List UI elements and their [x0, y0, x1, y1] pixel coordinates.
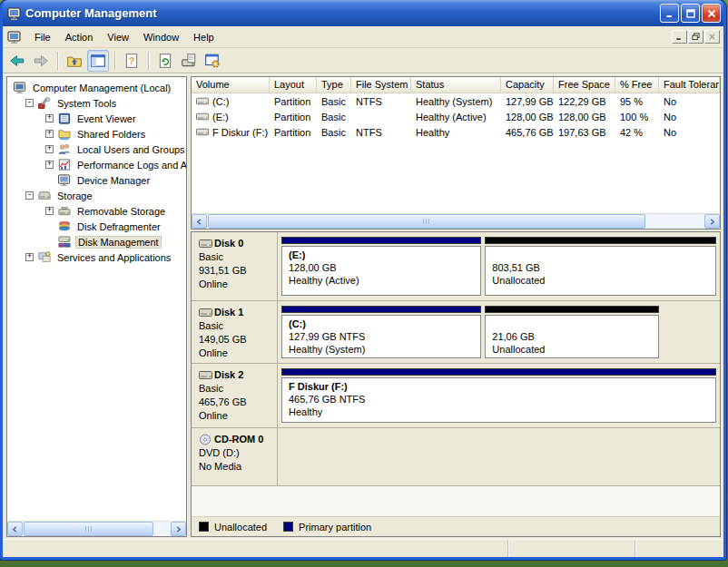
menu-help[interactable]: Help: [186, 29, 221, 45]
column-header-volume[interactable]: Volume: [192, 77, 270, 93]
disk-icon: [199, 307, 213, 318]
rescan-disks-button[interactable]: [178, 50, 200, 72]
toolbar: ?: [3, 48, 723, 73]
tree-label[interactable]: Disk Defragmenter: [75, 221, 162, 232]
partition-c[interactable]: (C:) 127,99 GB NTFS Healthy (System): [281, 306, 481, 358]
column-header-free-space[interactable]: Free Space: [554, 77, 615, 93]
tree-label[interactable]: Event Viewer: [75, 113, 138, 124]
scroll-thumb[interactable]: [208, 214, 645, 229]
sidebar-item-device-manager[interactable]: Device Manager: [7, 172, 186, 188]
tree-label[interactable]: Performance Logs and Alerts: [75, 160, 186, 171]
sidebar-item-system-tools[interactable]: - System Tools: [7, 95, 186, 111]
column-header-layout[interactable]: Layout: [270, 77, 317, 93]
sidebar-item-disk-management[interactable]: Disk Management: [7, 234, 186, 249]
primary-partition-strip: [281, 306, 481, 313]
disk-size: 465,76 GB: [199, 396, 275, 409]
cdrom-0-info[interactable]: CD-ROM 0 DVD (D:) No Media: [192, 428, 278, 485]
sidebar-item-shared-folders[interactable]: + Shared Folders: [7, 126, 186, 142]
column-header-pct-free[interactable]: % Free: [615, 77, 659, 93]
up-one-level-button[interactable]: [64, 50, 85, 72]
title-bar[interactable]: Computer Management: [3, 0, 723, 26]
tree-label[interactable]: Removable Storage: [75, 206, 167, 217]
disk-type: Basic: [199, 382, 275, 396]
toolbar-separator: [57, 52, 58, 70]
cdrom-0-row[interactable]: CD-ROM 0 DVD (D:) No Media: [192, 428, 720, 486]
unallocated-space[interactable]: 21,06 GB Unallocated: [485, 306, 659, 358]
sidebar-item-computer-management[interactable]: Computer Management (Local): [7, 80, 186, 95]
scroll-right-icon[interactable]: [171, 522, 186, 536]
column-header-file-system[interactable]: File System: [351, 77, 411, 93]
show-hide-console-tree-button[interactable]: [87, 50, 109, 72]
column-header-type[interactable]: Type: [317, 77, 351, 93]
mdi-minimize-button[interactable]: [672, 30, 687, 44]
console-icon: [7, 30, 22, 44]
sidebar-item-disk-defragmenter[interactable]: Disk Defragmenter: [7, 219, 186, 234]
settings-button[interactable]: [202, 50, 223, 72]
sidebar-item-local-users-and-groups[interactable]: + Local Users and Groups: [7, 142, 186, 157]
tree-label[interactable]: Storage: [55, 191, 94, 201]
collapse-icon[interactable]: -: [25, 99, 34, 107]
arrow-left-icon: [9, 53, 25, 69]
volume-row-c[interactable]: (C:) Partition Basic NTFS Healthy (Syste…: [192, 93, 720, 109]
mdi-close-button[interactable]: [704, 30, 720, 44]
mdi-restore-button[interactable]: [688, 30, 703, 44]
partition-f[interactable]: F Diskur (F:) 465,76 GB NTFS Healthy: [281, 368, 716, 423]
sidebar-item-storage[interactable]: - Storage: [7, 188, 186, 203]
column-header-fault-tolerance[interactable]: Fault Tolerance: [659, 77, 720, 93]
scroll-right-icon[interactable]: [704, 214, 720, 229]
cdrom-0-graph: [278, 428, 720, 485]
scroll-track[interactable]: [23, 522, 171, 536]
menu-bar: File Action View Window Help: [3, 26, 723, 48]
sidebar-item-services-and-applications[interactable]: + Services and Applications: [7, 249, 186, 265]
expand-icon[interactable]: +: [45, 207, 54, 215]
sidebar-item-removable-storage[interactable]: + Removable Storage: [7, 203, 186, 219]
sidebar-item-performance-logs-and-alerts[interactable]: + Performance Logs and Alerts: [7, 157, 186, 172]
tree-label[interactable]: Services and Applications: [55, 252, 172, 263]
disk-1-row[interactable]: Disk 1 Basic 149,05 GB Online (C:) 127,9…: [192, 301, 720, 364]
expand-icon[interactable]: +: [45, 161, 54, 169]
collapse-icon[interactable]: -: [25, 191, 34, 200]
unallocated-strip: [485, 306, 659, 313]
close-button[interactable]: [702, 4, 721, 23]
volume-row-e[interactable]: (E:) Partition Basic Healthy (Active) 12…: [192, 109, 720, 124]
tree-label[interactable]: Local Users and Groups: [75, 144, 186, 155]
sidebar-item-event-viewer[interactable]: + Event Viewer: [7, 111, 186, 126]
column-header-capacity[interactable]: Capacity: [501, 77, 554, 93]
scroll-track[interactable]: [207, 214, 704, 229]
disk-2-row[interactable]: Disk 2 Basic 465,76 GB Online F Diskur (…: [192, 364, 720, 428]
menu-window[interactable]: Window: [136, 29, 186, 45]
tree-horizontal-scrollbar[interactable]: [7, 521, 186, 536]
disk-2-info[interactable]: Disk 2 Basic 465,76 GB Online: [192, 364, 278, 427]
minimize-button[interactable]: [660, 4, 679, 23]
volume-row-f[interactable]: F Diskur (F:) Partition Basic NTFS Healt…: [192, 124, 720, 140]
tree-label-selected[interactable]: Disk Management: [75, 236, 162, 249]
expand-icon[interactable]: +: [45, 114, 54, 122]
maximize-button[interactable]: [681, 4, 700, 23]
tree-label[interactable]: Device Manager: [75, 175, 152, 186]
menu-file[interactable]: File: [27, 29, 58, 45]
scroll-thumb[interactable]: [24, 522, 153, 536]
menu-view[interactable]: View: [100, 29, 136, 45]
toolbar-separator: [148, 52, 149, 70]
partition-e[interactable]: (E:) 128,00 GB Healthy (Active): [281, 237, 481, 296]
expand-icon[interactable]: +: [45, 145, 54, 153]
disk-size: 931,51 GB: [199, 264, 275, 278]
volume-list-horizontal-scrollbar[interactable]: [192, 213, 720, 229]
refresh-button[interactable]: [154, 50, 176, 72]
disk-1-info[interactable]: Disk 1 Basic 149,05 GB Online: [192, 301, 278, 363]
expand-icon[interactable]: +: [25, 253, 34, 261]
tree-label[interactable]: Shared Folders: [75, 129, 147, 140]
tree-label[interactable]: Computer Management (Local): [31, 83, 172, 93]
expand-icon[interactable]: +: [45, 130, 54, 138]
menu-action[interactable]: Action: [58, 29, 101, 45]
disk-0-row[interactable]: Disk 0 Basic 931,51 GB Online (E:) 128,0…: [192, 232, 720, 301]
unallocated-space[interactable]: 803,51 GB Unallocated: [485, 237, 716, 296]
scroll-left-icon[interactable]: [7, 522, 23, 536]
tree-label[interactable]: System Tools: [55, 98, 118, 109]
column-header-status[interactable]: Status: [411, 77, 501, 93]
forward-button[interactable]: [30, 50, 52, 72]
disk-0-info[interactable]: Disk 0 Basic 931,51 GB Online: [192, 232, 278, 300]
help-button[interactable]: ?: [121, 50, 143, 72]
back-button[interactable]: [6, 50, 28, 72]
scroll-left-icon[interactable]: [192, 214, 207, 229]
